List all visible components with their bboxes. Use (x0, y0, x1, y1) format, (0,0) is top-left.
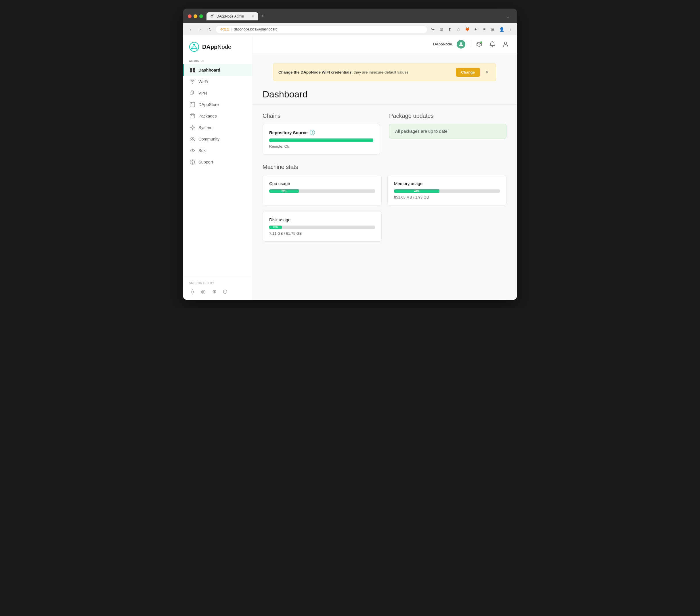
machine-stats-section: Machine stats Cpu usage 2 (263, 164, 507, 242)
user-profile-icon[interactable] (501, 40, 510, 49)
cpu-progress-bar: 28% (269, 189, 375, 193)
profile-icon[interactable]: 👤 (498, 26, 505, 33)
main-area: DAppNode (252, 35, 517, 300)
address-bar[interactable]: 不安全 | dappnode.local/#/dashboard (216, 26, 427, 33)
traffic-lights (188, 14, 203, 18)
alert-close-button[interactable]: ✕ (484, 69, 491, 76)
sidebar-item-community[interactable]: Community (183, 133, 252, 145)
system-icon (190, 125, 195, 130)
repo-progress-bar (269, 139, 373, 142)
chains-section: Chains Repository Source ? Remote: Ok (263, 113, 380, 155)
sidebar-item-label: VPN (198, 91, 207, 95)
browser-nav: ‹ › ↻ 不安全 | dappnode.local/#/dashboard 🗝… (183, 23, 517, 35)
disk-label-bold: Disk (269, 217, 277, 222)
svg-point-2 (191, 48, 193, 49)
svg-point-1 (193, 44, 195, 46)
package-update-status: All packages are up to date (389, 124, 507, 139)
svg-point-12 (192, 93, 193, 94)
memory-label-bold: Memory (394, 181, 410, 186)
main-content: Change the DAppNode WIFI credentials, th… (252, 53, 517, 300)
more-icon[interactable]: ⋮ (507, 26, 513, 33)
sidebar-section-label: ADMIN UI (183, 57, 252, 64)
screenshot-icon[interactable]: ⊡ (438, 26, 444, 33)
maximize-button[interactable] (199, 14, 203, 18)
security-warning: 不安全 (220, 27, 229, 31)
sidebar-item-label: DAppStore (198, 102, 219, 107)
window-icon[interactable]: ⊞ (490, 26, 496, 33)
sidebar: DAppNode ADMIN UI Dashboard (183, 35, 252, 300)
cpu-title: Cpu usage (269, 181, 375, 186)
ethereum-sponsor-icon: ⟠ (189, 288, 196, 295)
dashboard-icon (190, 67, 195, 73)
info-icon[interactable]: ? (310, 130, 315, 135)
repo-status: Remote: Ok (269, 144, 373, 149)
sidebar-item-dashboard[interactable]: Dashboard (183, 64, 252, 76)
svg-point-19 (460, 42, 462, 44)
sponsor-icon-3: ⊕ (211, 288, 218, 295)
tab-menu-button[interactable]: ⌄ (504, 13, 512, 21)
svg-rect-13 (190, 102, 195, 107)
svg-point-0 (189, 42, 199, 51)
dappnode-logo-icon (189, 42, 199, 52)
key-icon[interactable]: 🗝 (429, 26, 436, 33)
tab-close-button[interactable]: ✕ (252, 15, 254, 18)
sidebar-item-label: Support (198, 160, 213, 164)
package-updates-title: Package updates (389, 113, 507, 119)
disk-card: Disk usage 12% 7.11 GB / 61.75 GB (263, 211, 382, 242)
share-icon[interactable]: ⬆ (447, 26, 453, 33)
sidebar-item-vpn[interactable]: VPN (183, 87, 252, 99)
reload-button[interactable]: ↻ (206, 26, 214, 33)
forward-button[interactable]: › (197, 26, 204, 33)
browser-titlebar: ⚙ DAppNode Admin ✕ + ⌄ (183, 9, 517, 23)
alert-regular-text: they are insecure default values. (354, 70, 410, 74)
sidebar-item-wifi[interactable]: Wi-Fi (183, 76, 252, 87)
sidebar-item-system[interactable]: System (183, 122, 252, 133)
app-container: DAppNode ADMIN UI Dashboard (183, 35, 517, 300)
user-avatar[interactable] (457, 40, 465, 49)
sidebar-item-support[interactable]: Support (183, 156, 252, 168)
bookmark-icon[interactable]: ☆ (455, 26, 462, 33)
bell-icon[interactable] (488, 40, 497, 49)
minimize-button[interactable] (193, 14, 197, 18)
cube-icon[interactable] (475, 40, 484, 49)
dashboard-content: Chains Repository Source ? Remote: Ok (252, 105, 517, 250)
extension-icon1[interactable]: 🦊 (464, 26, 470, 33)
svg-line-5 (194, 46, 197, 48)
supported-by-label: SUPPORTED BY (189, 282, 246, 285)
extension-icon2[interactable]: ✦ (473, 26, 479, 33)
app-header: DAppNode (252, 35, 517, 53)
sidebar-nav: ADMIN UI Dashboard (183, 57, 252, 277)
close-button[interactable] (188, 14, 191, 18)
cpu-label-bold: Cpu (269, 181, 277, 186)
machine-stats-title: Machine stats (263, 164, 507, 170)
disk-label-regular: usage (277, 217, 290, 222)
memory-percent-label: 43% (414, 190, 419, 192)
sidebar-item-sdk[interactable]: Sdk (183, 145, 252, 156)
svg-rect-8 (193, 68, 195, 70)
svg-line-4 (192, 46, 194, 48)
sidebar-item-dappstore[interactable]: DAppStore (183, 99, 252, 110)
svg-point-17 (192, 138, 194, 139)
notification-badge (480, 41, 482, 43)
nav-icons: 🗝 ⊡ ⬆ ☆ 🦊 ✦ ≡ ⊞ 👤 ⋮ (429, 26, 513, 33)
sidebar-item-packages[interactable]: Packages (183, 110, 252, 122)
tab-favicon: ⚙ (211, 14, 214, 18)
memory-label-regular: usage (410, 181, 423, 186)
memory-detail: 851.63 MB / 1.93 GB (394, 195, 500, 200)
alert-change-button[interactable]: Change (456, 68, 480, 77)
alert-banner: Change the DAppNode WIFI credentials, th… (273, 64, 496, 81)
active-tab[interactable]: ⚙ DAppNode Admin ✕ (207, 12, 258, 21)
svg-point-16 (191, 138, 192, 139)
back-button[interactable]: ‹ (187, 26, 194, 33)
disk-progress-bar: 12% (269, 226, 375, 229)
page-title: Dashboard (252, 81, 517, 105)
logo: DAppNode (183, 35, 252, 57)
sidebar-item-label: Dashboard (198, 68, 220, 73)
cpu-card: Cpu usage 28% (263, 175, 382, 205)
machine-stats-grid: Cpu usage 28% (263, 175, 507, 242)
extension-icon3[interactable]: ≡ (481, 26, 487, 33)
sidebar-item-label: Community (198, 137, 220, 141)
support-icon (190, 159, 195, 165)
new-tab-button[interactable]: + (258, 12, 267, 21)
browser-tabs: ⚙ DAppNode Admin ✕ + ⌄ (207, 12, 512, 21)
